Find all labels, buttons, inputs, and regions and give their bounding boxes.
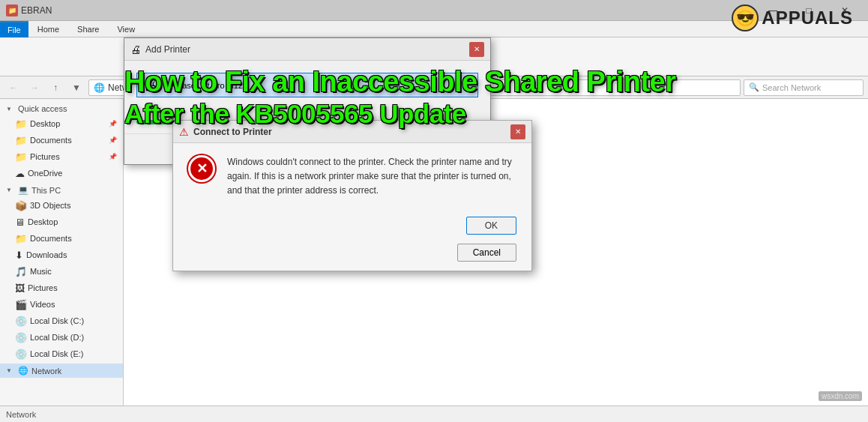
add-printer-close-button[interactable]: ✕: [469, 42, 484, 57]
add-printer-title-text: Add Printer: [145, 44, 469, 55]
sidebar-item-documents-qa[interactable]: 📁 Documents 📌: [0, 132, 123, 148]
folder-icon: 📁: [15, 118, 27, 130]
sidebar: ▼ Quick access 📁 Desktop 📌 📁 Documents 📌…: [0, 99, 124, 406]
folder-icon: 📁: [15, 151, 27, 163]
error-dialog-title-bar: ⚠ Connect to Printer ✕: [173, 121, 531, 143]
network-icon: 🌐: [18, 366, 28, 376]
up-button[interactable]: ↑: [46, 79, 64, 96]
sidebar-network-section: ▼ 🌐 Network: [0, 364, 123, 378]
cloud-icon: ☁: [15, 168, 25, 179]
folder-icon: 📦: [15, 200, 27, 211]
pin-icon: 📌: [109, 136, 117, 144]
appuals-mascot: 😎: [732, 4, 759, 31]
forward-button[interactable]: →: [25, 79, 43, 96]
tab-home[interactable]: Home: [28, 21, 68, 37]
network-icon: 🌐: [94, 82, 105, 93]
recent-button[interactable]: ▼: [67, 79, 85, 96]
error-title-icon: ⚠: [179, 126, 189, 138]
sidebar-item-local-c[interactable]: 💿 Local Disk (C:): [0, 313, 123, 329]
folder-icon: 🖥: [15, 217, 25, 228]
error-cancel-button[interactable]: Cancel: [457, 244, 516, 262]
download-icon: ⬇: [15, 250, 23, 261]
this-pc-label: This PC: [31, 186, 61, 195]
drive-icon: 💿: [15, 316, 27, 327]
watermark: wsxdn.com: [819, 391, 862, 401]
search-icon: 🔍: [749, 82, 759, 92]
computer-icon: 💻: [18, 185, 28, 195]
chevron-down-icon: ▼: [6, 367, 15, 374]
add-printer-body: 🖨 HP LaserJet Pro M12a: [124, 61, 490, 114]
sidebar-quick-access-header[interactable]: ▼ Quick access: [0, 102, 123, 115]
chevron-down-icon: ▼: [6, 106, 15, 112]
add-printer-title-bar: 🖨 Add Printer ✕: [124, 38, 490, 61]
sidebar-item-pictures-qa[interactable]: 📁 Pictures 📌: [0, 148, 123, 165]
error-icon: ✕: [188, 155, 215, 182]
quick-access-label: Quick access: [18, 104, 67, 113]
window-icon: 📁: [6, 4, 18, 16]
pin-icon: 📌: [109, 153, 117, 160]
ok-button[interactable]: OK: [466, 217, 516, 235]
back-button[interactable]: ←: [4, 79, 22, 96]
sidebar-item-documents[interactable]: 📁 Documents: [0, 230, 123, 247]
window-title: EBRAN: [21, 5, 756, 16]
error-close-button[interactable]: ✕: [510, 124, 525, 139]
pin-icon: 📌: [109, 120, 117, 127]
sidebar-this-pc-section: ▼ 💻 This PC 📦 3D Objects 🖥 Desktop 📁 Doc…: [0, 183, 123, 362]
sidebar-item-onedrive[interactable]: ☁ OneDrive: [0, 165, 123, 181]
sidebar-this-pc-header[interactable]: ▼ 💻 This PC: [0, 183, 123, 197]
music-icon: 🎵: [15, 266, 27, 277]
error-dialog-title-text: Connect to Printer: [193, 127, 506, 137]
screenshot-wrapper: 📁 EBRAN — □ ✕ File Home Share View ← → ↑…: [0, 0, 868, 422]
sidebar-network-header[interactable]: ▼ 🌐 Network: [0, 364, 123, 378]
sidebar-item-local-d[interactable]: 💿 Local Disk (D:): [0, 329, 123, 346]
folder-icon: 🖼: [15, 283, 25, 294]
folder-icon: 📁: [15, 135, 27, 146]
sidebar-item-pictures[interactable]: 🖼 Pictures: [0, 280, 123, 296]
printer-title-icon: 🖨: [130, 43, 141, 55]
sidebar-item-videos[interactable]: 🎬 Videos: [0, 296, 123, 313]
error-message-text: Windows couldn't connect to the printer.…: [227, 155, 516, 199]
sidebar-item-local-e[interactable]: 💿 Local Disk (E:): [0, 346, 123, 362]
drive-icon: 💿: [15, 349, 27, 360]
printer-name-label: HP LaserJet Pro M12a: [164, 81, 247, 90]
sidebar-item-desktop[interactable]: 🖥 Desktop: [0, 214, 123, 230]
printer-list-item[interactable]: 🖨 HP LaserJet Pro M12a: [136, 73, 478, 97]
sidebar-item-desktop-qa[interactable]: 📁 Desktop 📌: [0, 115, 123, 132]
sidebar-item-music[interactable]: 🎵 Music: [0, 263, 123, 280]
status-bar: Network: [0, 406, 868, 422]
appuals-logo: 😎 APPUALS: [732, 4, 853, 31]
tab-file[interactable]: File: [0, 21, 28, 37]
error-footer-2: Cancel: [173, 244, 531, 271]
folder-icon: 📁: [15, 233, 27, 244]
video-icon: 🎬: [15, 299, 27, 310]
search-box[interactable]: 🔍 Search Network: [744, 79, 864, 96]
sidebar-item-downloads[interactable]: ⬇ Downloads: [0, 247, 123, 263]
sidebar-item-3d-objects[interactable]: 📦 3D Objects: [0, 197, 123, 214]
connect-printer-error-dialog: ⚠ Connect to Printer ✕ ✕ Windows couldn'…: [172, 120, 532, 271]
error-body: ✕ Windows couldn't connect to the printe…: [173, 143, 531, 211]
printer-item-icon: 🖨: [143, 76, 158, 94]
sidebar-quick-access-section: ▼ Quick access 📁 Desktop 📌 📁 Documents 📌…: [0, 102, 123, 181]
error-footer: OK: [173, 211, 531, 244]
chevron-down-icon: ▼: [6, 187, 15, 193]
network-label: Network: [31, 367, 61, 376]
drive-icon: 💿: [15, 332, 27, 343]
tab-share[interactable]: Share: [68, 21, 108, 37]
tab-view[interactable]: View: [108, 21, 144, 37]
status-text: Network: [6, 410, 36, 419]
appuals-logo-text: APPUALS: [762, 7, 853, 28]
